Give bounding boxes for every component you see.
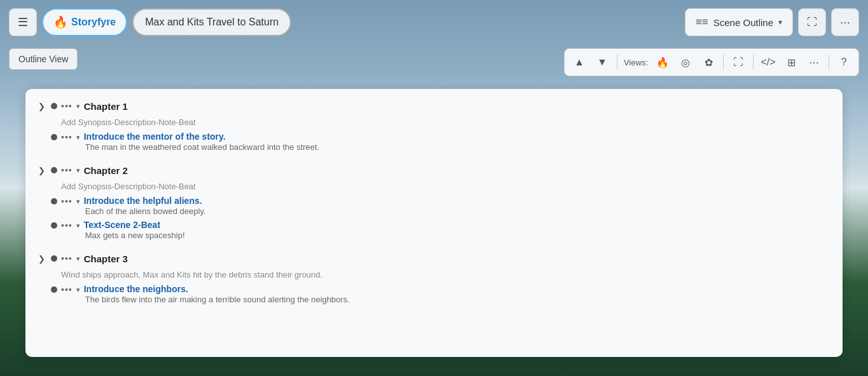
chapter-2-dot [51,167,57,173]
chapter-1-synopsis[interactable]: Add Synopsis-Description-Note-Beat [25,116,843,129]
chapter-3-scene-1-content: Introduce the neighbors. The birds flew … [84,284,832,304]
scene-2-2-dot [51,222,57,229]
toolbar-divider-2 [723,55,724,70]
more-options-icon: ⋯ [840,17,850,29]
nav-toolbar-group: ▲ ▼ Views: 🔥 ◎ ✿ ⛶ </> ⊞ ⋯ ? [564,48,859,76]
lines-icon: ≡≡ [696,16,708,29]
nav-down-button[interactable]: ▼ [591,51,613,73]
chapter-3-synopsis[interactable]: Wind ships approach, Max and Kits hit by… [25,268,843,281]
chapter-1-row[interactable]: ❯ ••• ▾ Chapter 1 [25,97,843,116]
chapter-divider-1 [25,154,843,159]
chapter-3-arrow-icon[interactable]: ▾ [76,255,80,263]
chapter-1-dot [51,103,57,109]
chapter-3-title: Chapter 3 [84,253,128,264]
views-label: Views: [621,58,651,67]
chapter-2-synopsis[interactable]: Add Synopsis-Description-Note-Beat [25,180,843,193]
chapter-3-ellipsis[interactable]: ••• [61,253,72,264]
view-more-button[interactable]: ⋯ [803,51,825,73]
chapter-2-scene-1-row: ••• ▾ Introduce the helpful aliens. Each… [25,193,843,217]
chapter-3-row[interactable]: ❯ ••• ▾ Chapter 3 [25,249,843,268]
outline-view-label: Outline View [18,54,68,64]
chapter-1-scene-1-content: Introduce the mentor of the story. The m… [84,131,832,152]
scene-outline-chevron-icon: ▾ [778,18,782,27]
chapter-1-arrow-icon[interactable]: ▾ [76,102,80,111]
chapter-3-section: ❯ ••• ▾ Chapter 3 Wind ships approach, M… [25,248,843,307]
chapter-1-title: Chapter 1 [84,101,128,112]
project-title-button[interactable]: Max and Kits Travel to Saturn [132,8,291,36]
scene-outline-button[interactable]: ≡≡ Scene Outline ▾ [685,8,793,36]
scene-1-dot [51,134,57,140]
chapter-1-scene-1-title[interactable]: Introduce the mentor of the story. [84,131,832,142]
topbar: ☰ 🔥 Storyfyre Max and Kits Travel to Sat… [0,0,868,44]
scene-outline-label: Scene Outline [713,17,773,28]
chapter-3-scene-1-row: ••• ▾ Introduce the neighbors. The birds… [25,281,843,306]
nav-up-button[interactable]: ▲ [568,51,590,73]
hamburger-button[interactable]: ☰ [9,8,37,36]
chapter-1-collapse-icon[interactable]: ❯ [36,100,47,112]
chapter-2-title: Chapter 2 [84,165,128,176]
chapter-divider-2 [25,243,843,248]
chapter-1-section: ❯ ••• ▾ Chapter 1 Add Synopsis-Descripti… [25,95,843,154]
scene-3-1-dot [51,286,57,293]
view-code-button[interactable]: </> [757,51,779,73]
chapter-3-scene-1-title[interactable]: Introduce the neighbors. [84,284,832,294]
flame-icon: 🔥 [53,15,67,29]
chapter-1-scene-1-text: The man in the weathered coat walked bac… [84,142,832,152]
chapter-1-scene-1-row: ••• ▾ Introduce the mentor of the story.… [25,129,843,153]
toolbar-divider-4 [829,55,829,70]
chapter-3-scene-1-text: The birds flew into the air making a ter… [84,295,832,304]
storyfyre-button[interactable]: 🔥 Storyfyre [42,8,127,36]
scene-3-1-arrow-icon[interactable]: ▾ [76,286,80,294]
chapter-2-scene-2-title[interactable]: Text-Scene 2-Beat [84,220,832,230]
fullscreen-icon: ⛶ [807,17,817,28]
chapter-2-arrow-icon[interactable]: ▾ [76,166,80,175]
chapter-2-section: ❯ ••• ▾ Chapter 2 Add Synopsis-Descripti… [25,159,843,243]
chapter-2-scene-1-content: Introduce the helpful aliens. Each of th… [84,196,832,216]
scene-2-2-arrow-icon[interactable]: ▾ [76,222,80,230]
topbar-right: ≡≡ Scene Outline ▾ ⛶ ⋯ [685,8,859,36]
chapter-3-collapse-icon[interactable]: ❯ [36,253,47,264]
toolbar-divider-3 [753,55,754,70]
chapter-3-dot [51,255,57,262]
view-flower-button[interactable]: ✿ [698,51,719,73]
chapter-2-collapse-icon[interactable]: ❯ [36,164,47,176]
chapter-2-scene-2-text: Max gets a new spaceship! [84,231,832,240]
scene-2-1-ellipsis[interactable]: ••• [61,196,72,206]
chapter-2-scene-2-content: Text-Scene 2-Beat Max gets a new spacesh… [84,220,832,240]
chapter-1-ellipsis[interactable]: ••• [61,101,72,111]
outline-view-button[interactable]: Outline View [9,48,78,70]
chapter-2-row[interactable]: ❯ ••• ▾ Chapter 2 [25,161,843,180]
storyfyre-label: Storyfyre [71,17,116,28]
scene-3-1-ellipsis[interactable]: ••• [61,285,72,295]
outline-panel: ❯ ••• ▾ Chapter 1 Add Synopsis-Descripti… [25,89,843,357]
more-options-button[interactable]: ⋯ [831,8,859,36]
fullscreen-button[interactable]: ⛶ [798,8,826,36]
toolbar-divider-1 [617,55,617,70]
project-title-label: Max and Kits Travel to Saturn [145,17,279,28]
chapter-2-scene-2-row: ••• ▾ Text-Scene 2-Beat Max gets a new s… [25,217,843,241]
chapter-2-scene-1-text: Each of the aliens bowed deeply. [84,206,832,216]
view-grid-button[interactable]: ⊞ [780,51,802,73]
chapter-2-scene-1-title[interactable]: Introduce the helpful aliens. [84,196,832,206]
help-button[interactable]: ? [833,51,855,73]
scene-2-2-ellipsis[interactable]: ••• [61,220,72,231]
view-circle-button[interactable]: ◎ [675,51,696,73]
chapter-2-ellipsis[interactable]: ••• [61,165,72,175]
view-fire-button[interactable]: 🔥 [652,51,673,73]
scene-1-arrow-icon[interactable]: ▾ [76,133,80,142]
scene-1-ellipsis[interactable]: ••• [61,132,72,142]
scene-2-1-arrow-icon[interactable]: ▾ [76,198,80,206]
toolbar-row: ▲ ▼ Views: 🔥 ◎ ✿ ⛶ </> ⊞ ⋯ ? [564,48,859,76]
view-expand-button[interactable]: ⛶ [727,51,749,73]
scene-2-1-dot [51,198,57,205]
